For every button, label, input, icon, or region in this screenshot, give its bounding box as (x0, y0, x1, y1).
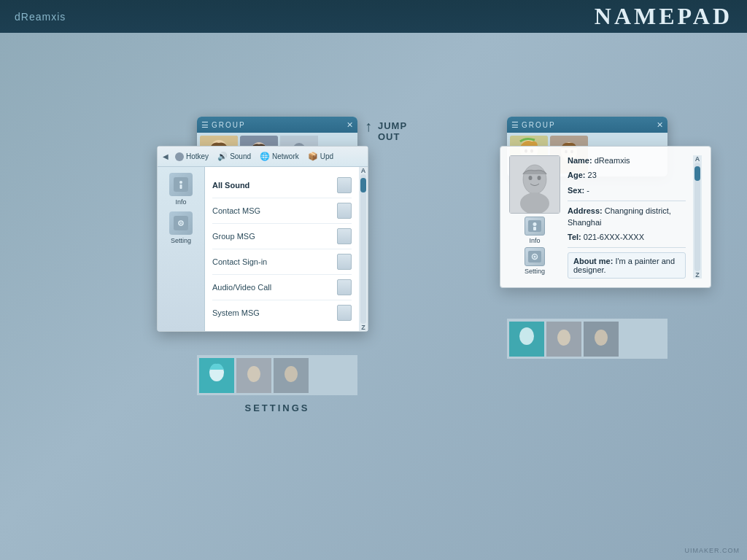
bottom-avatar-3 (274, 358, 309, 393)
sound-item-name-5: System MSG (212, 308, 260, 317)
right-scroll-track[interactable] (694, 163, 700, 271)
sound-item-name-4: Audio/Video Call (212, 283, 271, 292)
sound-toggle-5[interactable] (337, 305, 352, 321)
right-scrollbar[interactable]: A Z (693, 155, 702, 279)
tab-sound-label: Sound (230, 152, 251, 160)
name-value: dReamxis (595, 156, 630, 165)
hotkey-icon (175, 152, 184, 161)
right-group-title: GROUP (522, 121, 556, 129)
close-button[interactable]: ✕ (347, 120, 353, 130)
settings-content: Info Setting (158, 167, 368, 331)
info-setting-btn[interactable]: Setting (525, 247, 545, 275)
setting-label: Setting (171, 237, 191, 244)
menu-icon[interactable]: ☰ (201, 120, 209, 130)
jump-out-label: JUMP OUT (378, 120, 407, 142)
age-label: Age: (568, 171, 585, 179)
tab-upd[interactable]: 📦 Upd (303, 149, 338, 164)
tab-sound[interactable]: 🔊 Sound (213, 149, 255, 164)
sound-item-2[interactable]: Group MSG (212, 224, 352, 249)
scroll-z-label: Z (361, 324, 365, 331)
sound-item-5[interactable]: System MSG (212, 300, 352, 325)
info-avatar-col: Info Setting (509, 155, 560, 279)
settings-sidebar: Info Setting (158, 167, 205, 331)
app-title: NAMEPAD (595, 3, 732, 30)
update-icon: 📦 (308, 152, 318, 161)
titlebar-left: ☰ GROUP (201, 120, 246, 130)
sound-item-name-2: Group MSG (212, 232, 255, 241)
info-tel-line: Tel: 021-6XXX-XXXX (568, 232, 686, 243)
svg-point-17 (180, 222, 182, 224)
info-divider-2 (568, 247, 686, 248)
main-content: ☰ GROUP ✕ (0, 33, 747, 560)
svg-point-21 (247, 366, 260, 382)
right-bottom-strip (507, 319, 667, 359)
tab-upd-label: Upd (320, 152, 333, 160)
sound-item-4[interactable]: Audio/Video Call (212, 275, 352, 300)
scroll-track[interactable] (360, 174, 366, 324)
svg-point-23 (285, 366, 298, 382)
sound-item-name-3: Contact Sign-in (212, 257, 267, 266)
address-label: Address: (568, 206, 603, 215)
svg-point-13 (179, 181, 182, 184)
info-profile-btn[interactable]: Info (525, 217, 545, 244)
info-btn-label: Info (529, 237, 540, 244)
sound-item-1[interactable]: Contact MSG (212, 198, 352, 224)
tabs-nav-left[interactable]: ◀ (160, 152, 171, 160)
svg-point-42 (534, 256, 536, 258)
right-close-button[interactable]: ✕ (657, 120, 663, 130)
info-label: Info (175, 198, 186, 206)
info-name-line: Name: dReamxis (568, 155, 686, 166)
sound-list: All Sound Contact MSG Group MSG Contact … (205, 167, 359, 331)
sidebar-setting-btn[interactable]: Setting (169, 211, 193, 244)
sound-toggle-2[interactable] (337, 228, 352, 244)
tel-label: Tel: (568, 233, 581, 241)
left-titlebar: ☰ GROUP ✕ (197, 117, 357, 133)
sound-item-0[interactable]: All Sound (212, 173, 352, 198)
sound-toggle-0[interactable] (337, 177, 352, 193)
watermark: UIMAKER.COM (684, 547, 740, 554)
age-value: 23 (588, 171, 597, 179)
right-scroll-a: A (695, 155, 700, 163)
info-setting-icon (525, 247, 545, 266)
svg-rect-14 (180, 184, 182, 189)
right-scroll-thumb[interactable] (694, 166, 700, 181)
left-scrollbar[interactable]: A Z (359, 167, 368, 331)
sound-toggle-3[interactable] (337, 254, 352, 270)
tab-hotkey[interactable]: Hotkey (171, 149, 213, 164)
info-sex-line: Sex: - (568, 185, 686, 196)
right-bottom-avatar-3 (584, 322, 619, 357)
profile-avatar (509, 155, 560, 214)
left-panel: ☰ GROUP ✕ (197, 117, 357, 413)
right-menu-icon[interactable]: ☰ (511, 120, 519, 130)
tab-network[interactable]: 🌐 Network (255, 149, 303, 164)
svg-point-34 (529, 176, 533, 180)
scroll-thumb[interactable] (360, 178, 366, 192)
sound-toggle-1[interactable] (337, 203, 352, 219)
info-icon (169, 173, 193, 196)
bottom-avatar-2 (236, 358, 271, 393)
sound-item-name-1: Contact MSG (212, 206, 260, 215)
svg-point-33 (523, 165, 546, 194)
app-name: dReamxis (15, 11, 66, 23)
info-about-box: About me: I'm a painter and designer. (568, 252, 686, 279)
sex-value: - (587, 186, 589, 195)
svg-point-35 (538, 176, 541, 180)
sound-toggle-4[interactable] (337, 279, 352, 295)
right-panel: ☰ GROUP ✕ (507, 117, 667, 359)
info-address-line: Address: Changning district, Shanghai (568, 206, 686, 228)
settings-panel: ◀ Hotkey 🔊 Sound 🌐 Network 📦 Upd (157, 146, 368, 332)
name-label: Name: (568, 156, 592, 165)
tabs-bar: ◀ Hotkey 🔊 Sound 🌐 Network 📦 Upd (158, 147, 368, 167)
tab-hotkey-label: Hotkey (186, 152, 209, 160)
info-age-line: Age: 23 (568, 170, 686, 181)
jump-out-arrow: ↑ (365, 118, 372, 135)
info-setting-btn-label: Setting (525, 268, 545, 275)
setting-icon (169, 211, 193, 235)
scroll-a-label: A (361, 167, 366, 174)
info-panel: Info Setting (500, 146, 711, 288)
header-bar: dReamxis NAMEPAD (0, 0, 747, 33)
sound-item-name-0: All Sound (212, 181, 249, 190)
sidebar-info-btn[interactable]: Info (169, 173, 193, 206)
settings-label-wrapper: SETTINGS (197, 402, 357, 413)
sound-item-3[interactable]: Contact Sign-in (212, 249, 352, 275)
